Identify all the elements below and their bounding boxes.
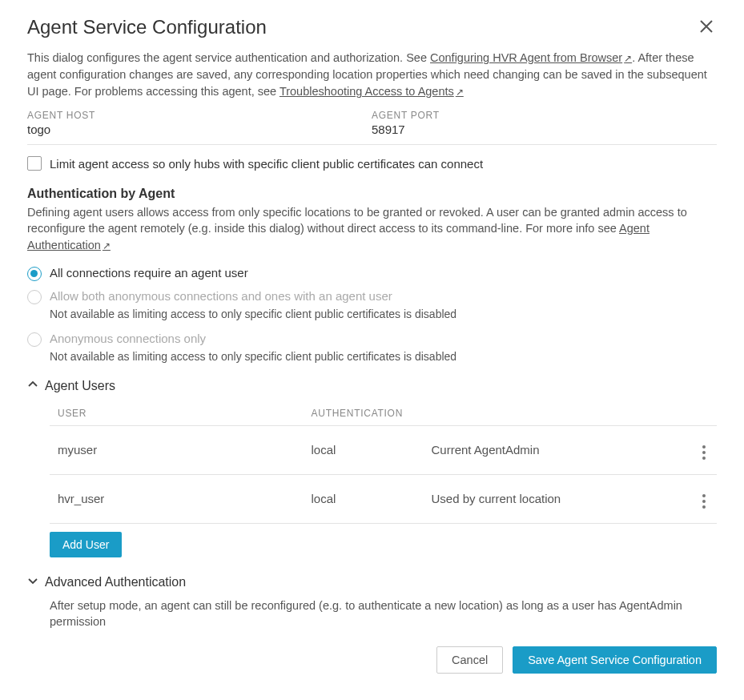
radio-all-require-user[interactable]	[27, 267, 42, 281]
close-icon[interactable]	[696, 16, 717, 37]
row-menu-icon[interactable]	[699, 442, 709, 463]
add-user-button[interactable]: Add User	[50, 532, 122, 557]
radio-anonymous-only	[27, 332, 42, 347]
dialog-title: Agent Service Configuration	[27, 16, 267, 38]
limit-access-label: Limit agent access so only hubs with spe…	[50, 157, 483, 171]
col-auth: AUTHENTICATION	[304, 401, 424, 426]
col-user: USER	[50, 401, 304, 426]
auth-by-agent-heading: Authentication by Agent	[27, 187, 717, 201]
intro-text: This dialog configures the agent service…	[27, 50, 717, 100]
save-button[interactable]: Save Agent Service Configuration	[513, 646, 717, 674]
configuring-hvr-agent-link[interactable]: Configuring HVR Agent from Browser↗	[430, 51, 632, 64]
row-menu-icon[interactable]	[699, 491, 709, 512]
agent-users-toggle[interactable]: Agent Users	[27, 379, 717, 393]
auth-by-agent-desc: Defining agent users allows access from …	[27, 204, 717, 253]
cancel-button[interactable]: Cancel	[436, 646, 503, 674]
agent-host-field: AGENT HOST togo	[27, 110, 372, 136]
table-row: myuser local Current AgentAdmin	[50, 425, 717, 474]
external-link-icon: ↗	[624, 53, 632, 64]
limit-access-checkbox[interactable]	[27, 156, 42, 171]
agent-port-field: AGENT PORT 58917	[372, 110, 716, 136]
chevron-up-icon	[27, 379, 38, 393]
radio-anonymous-only-helper: Not available as limiting access to only…	[50, 350, 717, 363]
advanced-auth-toggle[interactable]: Advanced Authentication	[27, 575, 717, 589]
external-link-icon: ↗	[103, 240, 111, 251]
advanced-auth-desc: After setup mode, an agent can still be …	[50, 597, 717, 630]
agent-service-config-dialog: Agent Service Configuration This dialog …	[0, 0, 744, 693]
external-link-icon: ↗	[456, 86, 464, 98]
connection-mode-radio-group: All connections require an agent user Al…	[27, 266, 717, 363]
radio-allow-both	[27, 290, 42, 304]
chevron-down-icon	[27, 575, 38, 589]
table-row: hvr_user local Used by current location	[50, 474, 717, 523]
divider	[27, 144, 717, 145]
radio-allow-both-helper: Not available as limiting access to only…	[50, 308, 717, 320]
troubleshooting-link[interactable]: Troubleshooting Access to Agents↗	[280, 85, 464, 98]
dialog-footer: Cancel Save Agent Service Configuration	[27, 646, 717, 674]
agent-users-table: USER AUTHENTICATION myuser local Current…	[50, 401, 717, 524]
